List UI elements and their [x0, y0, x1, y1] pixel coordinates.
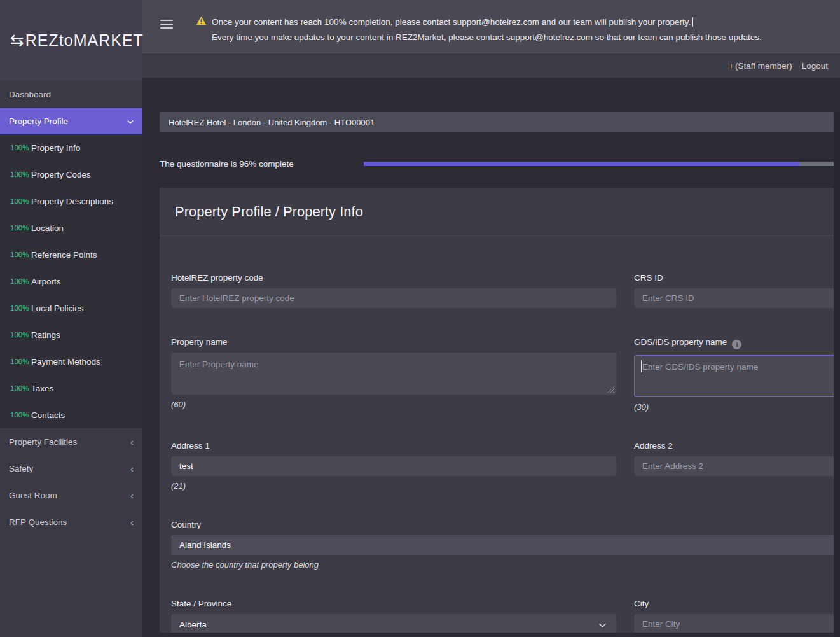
address2-input[interactable]: [634, 456, 834, 476]
logo-text: REZtoMARKET: [25, 31, 144, 50]
state-value: Alberta: [179, 620, 207, 629]
breadcrumb: HotelREZ Hotel - London - United Kingdom…: [160, 112, 834, 132]
sidebar-item-ratings[interactable]: 100% Ratings: [0, 321, 142, 348]
address2-label: Address 2: [634, 441, 834, 451]
chevron-left-icon: ‹: [130, 491, 134, 500]
completion-badge: 100%: [10, 358, 31, 365]
property-info-form: HotelREZ property code CRS ID Property n…: [160, 236, 834, 633]
sidebar-item-location[interactable]: 100% Location: [0, 214, 142, 241]
country-select[interactable]: Aland Islands: [171, 535, 834, 555]
sidebar-item-property-info[interactable]: 100% Property Info: [0, 134, 142, 161]
property-profile-submenu: 100% Property Info 100% Property Codes 1…: [0, 134, 142, 428]
sidebar-item-property-codes[interactable]: 100% Property Codes: [0, 161, 142, 188]
progress-label: The questionnaire is 96% complete: [160, 159, 364, 169]
warning-line-2: Every time you make updates to your cont…: [212, 30, 762, 45]
staff-member-label: (Staff member): [735, 61, 792, 71]
completion-badge: 100%: [10, 251, 31, 258]
completion-badge: 100%: [10, 384, 31, 392]
state-label: State / Province: [171, 599, 616, 608]
progress-bar: [364, 162, 834, 166]
completion-badge: 100%: [10, 197, 31, 205]
publish-warning: Once your content has reach 100% complet…: [196, 15, 762, 45]
chevron-left-icon: ‹: [130, 464, 134, 473]
address1-maxlength: (21): [171, 481, 616, 491]
property-name-textarea[interactable]: [171, 353, 616, 395]
chevron-down-icon: [598, 620, 607, 630]
sidebar-item-property-profile[interactable]: Property Profile: [0, 108, 142, 134]
scrollbar-gutter[interactable]: [834, 112, 840, 637]
sidebar: ⇆ REZtoMARKET Dashboard Property Profile…: [0, 0, 142, 637]
completion-badge: 100%: [10, 411, 31, 419]
sidebar-item-label: Property Profile: [9, 116, 68, 126]
top-bar: Once your content has reach 100% complet…: [142, 0, 840, 53]
completion-badge: 100%: [10, 144, 31, 151]
sidebar-item-taxes[interactable]: 100% Taxes: [0, 375, 142, 402]
hamburger-icon[interactable]: [160, 20, 173, 31]
hotelrez-code-input[interactable]: [171, 288, 616, 308]
sidebar-item-rfp-questions[interactable]: RFP Questions ‹: [0, 508, 142, 535]
chevron-left-icon: ‹: [130, 517, 134, 527]
state-select[interactable]: Alberta: [171, 614, 616, 633]
address1-label: Address 1: [171, 441, 616, 451]
property-name-label: Property name: [171, 337, 616, 347]
country-value: Aland Islands: [179, 540, 231, 550]
crs-id-input[interactable]: [634, 288, 834, 308]
clipped-username: ı: [731, 62, 733, 69]
sidebar-item-airports[interactable]: 100% Airports: [0, 268, 142, 295]
sidebar-item-payment-methods[interactable]: 100% Payment Methods: [0, 348, 142, 375]
sidebar-item-contacts[interactable]: 100% Contacts: [0, 402, 142, 428]
sidebar-item-local-policies[interactable]: 100% Local Policies: [0, 295, 142, 321]
city-input[interactable]: [634, 614, 834, 633]
card-header: Property Profile / Property Info: [160, 188, 834, 236]
hotelrez-code-label: HotelREZ property code: [171, 273, 616, 283]
completion-badge: 100%: [10, 277, 31, 285]
property-name-maxlength: (60): [171, 400, 616, 409]
text-caret: [692, 17, 693, 27]
warning-triangle-icon: [196, 16, 207, 45]
address1-input[interactable]: [171, 456, 616, 476]
property-info-card: Property Profile / Property Info HotelRE…: [160, 188, 834, 633]
chevron-down-icon: [127, 116, 134, 126]
text-caret: [641, 360, 642, 372]
warning-line-1: Once your content has reach 100% complet…: [212, 15, 762, 30]
sidebar-item-reference-points[interactable]: 100% Reference Points: [0, 241, 142, 268]
info-icon[interactable]: i: [732, 340, 741, 349]
completion-badge: 100%: [10, 304, 31, 312]
gds-name-label: GDS/IDS property namei: [634, 337, 834, 349]
sidebar-item-property-facilities[interactable]: Property Facilities ‹: [0, 428, 142, 455]
country-label: Country: [171, 520, 834, 529]
gds-name-maxlength: (30): [634, 402, 834, 412]
sidebar-item-guest-room[interactable]: Guest Room ‹: [0, 482, 142, 508]
main-content: HotelREZ Hotel - London - United Kingdom…: [142, 112, 840, 637]
sidebar-item-property-descriptions[interactable]: 100% Property Descriptions: [0, 188, 142, 214]
sidebar-item-dashboard[interactable]: Dashboard: [0, 81, 142, 108]
questionnaire-progress: The questionnaire is 96% complete: [160, 158, 834, 169]
user-bar: ı (Staff member) Logout: [142, 53, 840, 78]
crs-id-label: CRS ID: [634, 273, 834, 283]
progress-bar-fill: [364, 162, 799, 166]
completion-badge: 100%: [10, 331, 31, 339]
swap-arrows-icon: ⇆: [10, 31, 24, 50]
breadcrumb-text: HotelREZ Hotel - London - United Kingdom…: [169, 118, 375, 127]
chevron-left-icon: ‹: [130, 437, 134, 447]
sidebar-item-label: Dashboard: [9, 90, 51, 99]
country-helper: Choose the country that property belong: [171, 560, 834, 570]
gds-name-textarea[interactable]: [634, 355, 834, 397]
logo: ⇆ REZtoMARKET: [0, 0, 142, 81]
completion-badge: 100%: [10, 224, 31, 232]
completion-badge: 100%: [10, 171, 31, 178]
sidebar-item-safety[interactable]: Safety ‹: [0, 455, 142, 482]
city-label: City: [634, 599, 834, 608]
logout-button[interactable]: Logout: [802, 61, 828, 71]
page-title: Property Profile / Property Info: [175, 204, 363, 220]
